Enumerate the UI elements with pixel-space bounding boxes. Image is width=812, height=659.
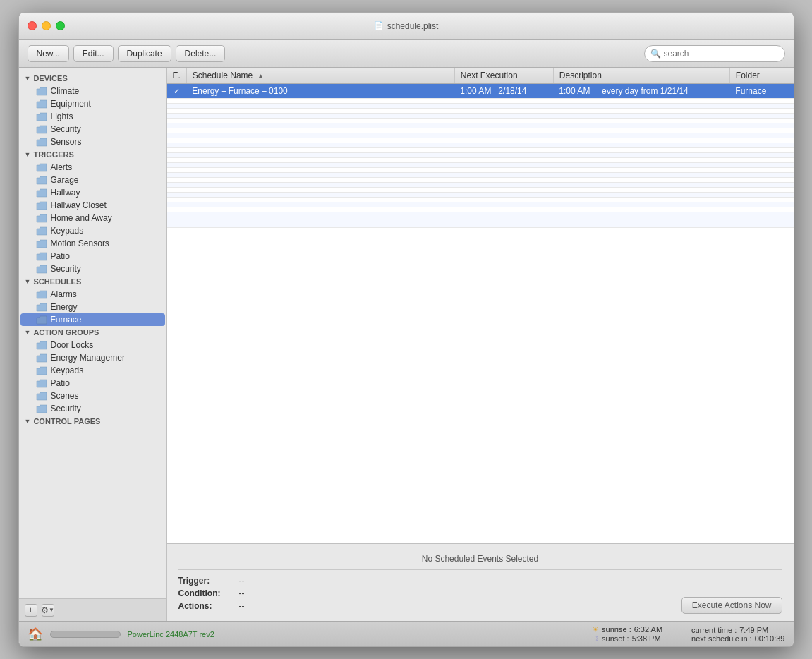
execute-actions-button[interactable]: Execute Actions Now (681, 597, 782, 614)
folder-icon-lights (36, 112, 47, 121)
col-header-description[interactable]: Description (553, 68, 729, 84)
add-button[interactable]: + (25, 604, 37, 617)
table-row[interactable] (167, 128, 794, 133)
table-row[interactable] (167, 119, 794, 123)
table-row[interactable] (167, 178, 794, 183)
table-row[interactable] (167, 153, 794, 158)
sidebar-item-label-alerts: Alerts (51, 162, 73, 172)
status-right: ☀ sunrise : 6:32 AM ☽ sunset : 5:38 PM c… (592, 625, 784, 643)
table-row[interactable] (167, 168, 794, 173)
current-time-label: current time : (691, 626, 737, 634)
sidebar-item-garage[interactable]: Garage (20, 174, 165, 186)
sidebar-item-hallway-closet[interactable]: Hallway Closet (20, 199, 165, 212)
sidebar-item-security-d[interactable]: Security (20, 123, 165, 135)
table-row[interactable] (167, 114, 794, 119)
folder-icon-climate (36, 87, 47, 96)
section-header-triggers[interactable]: ▼ TRIGGERS (19, 148, 166, 161)
section-header-schedules[interactable]: ▼ SCHEDULES (19, 275, 166, 288)
table-row[interactable] (167, 148, 794, 153)
table-row[interactable] (167, 198, 794, 202)
sidebar-item-keypads-t[interactable]: Keypads (20, 224, 165, 237)
sidebar-item-energy-mgmt[interactable]: Energy Managemer (20, 351, 165, 364)
table-row[interactable] (167, 123, 794, 128)
schedule-name-cell: Energy – Furnace – 0100 (186, 84, 454, 99)
minimize-button[interactable] (42, 21, 51, 30)
sidebar-item-equipment[interactable]: Equipment (20, 97, 165, 110)
col-header-folder[interactable]: Folder (729, 68, 793, 84)
table-row[interactable] (167, 109, 794, 114)
gear-icon: ⚙ (41, 605, 49, 615)
col-header-schedule-name[interactable]: Schedule Name ▲ (186, 68, 454, 84)
sidebar-item-security-ag[interactable]: Security (20, 402, 165, 415)
sidebar-item-hallway[interactable]: Hallway (20, 186, 165, 199)
section-header-action-groups[interactable]: ▼ ACTION GROUPS (19, 326, 166, 339)
sidebar-item-label-equipment: Equipment (51, 99, 91, 109)
table-row[interactable] (167, 207, 794, 212)
schedules-table: E. Schedule Name ▲ Next Execution Descri… (167, 68, 794, 228)
section-label-action-groups: ACTION GROUPS (33, 328, 99, 337)
folder-icon-hallway-closet (36, 201, 47, 210)
table-row[interactable] (167, 133, 794, 138)
sunset-row: ☽ sunset : 5:38 PM (592, 634, 661, 643)
sidebar-item-alerts[interactable]: Alerts (20, 161, 165, 174)
sidebar-item-energy[interactable]: Energy (20, 301, 165, 313)
sidebar-item-sensors[interactable]: Sensors (20, 135, 165, 148)
new-button[interactable]: New... (28, 45, 69, 62)
sidebar-item-security-t[interactable]: Security (20, 262, 165, 275)
sidebar-bottom: + ⚙ ▼ (19, 598, 166, 621)
col-header-next-execution[interactable]: Next Execution (454, 68, 553, 84)
sidebar-item-patio-t[interactable]: Patio (20, 250, 165, 262)
table-row[interactable] (167, 158, 794, 163)
sunrise-sunset-group: ☀ sunrise : 6:32 AM ☽ sunset : 5:38 PM (592, 625, 662, 643)
sidebar-item-door-locks[interactable]: Door Locks (20, 339, 165, 351)
next-schedule-row: next schedule in : 00:10:39 (691, 634, 784, 643)
gear-button[interactable]: ⚙ ▼ (42, 604, 54, 617)
sunrise-label: sunrise : (602, 625, 631, 634)
section-label-devices: DEVICES (33, 74, 67, 83)
sidebar-item-home-and-away[interactable]: Home and Away (20, 212, 165, 224)
sidebar-item-climate[interactable]: Climate (20, 85, 165, 97)
delete-button[interactable]: Delete... (176, 45, 226, 62)
sunset-label: sunset : (602, 634, 629, 643)
sidebar-item-label-patio-t: Patio (51, 251, 70, 261)
table-row[interactable] (167, 173, 794, 178)
table-row[interactable] (167, 163, 794, 168)
sidebar-item-patio-ag[interactable]: Patio (20, 377, 165, 389)
table-row[interactable]: ✓ Energy – Furnace – 0100 1:00 AM 2/18/1… (167, 84, 794, 99)
table-row[interactable] (167, 104, 794, 109)
duplicate-button[interactable]: Duplicate (118, 45, 171, 62)
table-row[interactable] (167, 99, 794, 104)
table-row[interactable] (167, 143, 794, 148)
sidebar-item-motion-sensors[interactable]: Motion Sensors (20, 237, 165, 250)
sidebar-item-label-patio-ag: Patio (51, 378, 70, 388)
section-triangle-triggers: ▼ (25, 151, 31, 158)
table-row[interactable] (167, 138, 794, 143)
folder-icon-patio-ag (36, 379, 47, 388)
section-label-control-pages: CONTROL PAGES (33, 417, 100, 425)
table-row[interactable] (167, 183, 794, 188)
close-button[interactable] (28, 21, 37, 30)
edit-button[interactable]: Edit... (73, 45, 114, 62)
section-header-control-pages[interactable]: ▼ CONTROL PAGES (19, 415, 166, 428)
sidebar-item-alarms[interactable]: Alarms (20, 288, 165, 301)
col-label-folder: Folder (736, 71, 760, 80)
col-header-enabled: E. (167, 68, 187, 84)
table-row[interactable] (167, 193, 794, 198)
folder-icon-scenes (36, 392, 47, 401)
section-triangle-schedules: ▼ (25, 278, 31, 285)
search-input[interactable] (664, 49, 779, 59)
sidebar-item-furnace[interactable]: Furnace (20, 313, 165, 326)
sidebar-item-lights[interactable]: Lights (20, 110, 165, 123)
folder-icon-energy (36, 303, 47, 312)
powerlinc-label: PowerLinc 2448A7T rev2 (128, 630, 214, 639)
section-header-devices[interactable]: ▼ DEVICES (19, 72, 166, 85)
actions-row: Actions: -- (178, 601, 245, 611)
table-row[interactable] (167, 188, 794, 193)
sidebar-item-keypads-ag[interactable]: Keypads (20, 364, 165, 377)
maximize-button[interactable] (56, 21, 65, 30)
sidebar-item-label-security-d: Security (51, 124, 81, 134)
table-row[interactable] (167, 212, 794, 228)
table-row[interactable] (167, 202, 794, 207)
section-label-schedules: SCHEDULES (33, 277, 81, 286)
sidebar-item-scenes[interactable]: Scenes (20, 389, 165, 402)
